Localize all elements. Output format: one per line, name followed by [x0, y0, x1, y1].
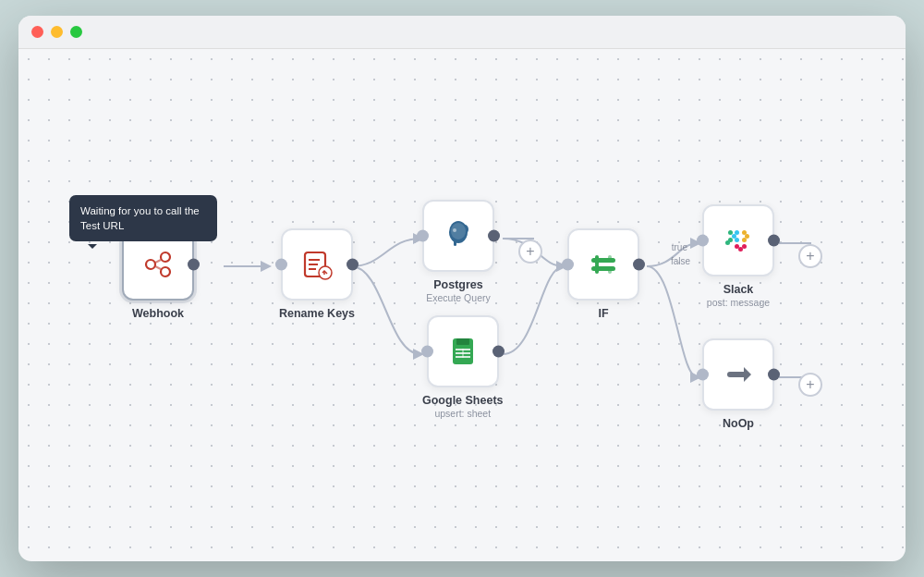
- slack-node[interactable]: Slack post: message +: [702, 204, 774, 308]
- svg-rect-43: [735, 230, 739, 235]
- sheets-output-connector: [492, 346, 505, 358]
- rename-keys-label: Rename Keys: [279, 307, 355, 320]
- svg-rect-35: [728, 230, 733, 235]
- slack-plus-button[interactable]: +: [798, 244, 822, 268]
- noop-node-box[interactable]: [702, 338, 774, 411]
- svg-rect-45: [732, 234, 736, 239]
- svg-point-7: [161, 252, 170, 262]
- rename-keys-node[interactable]: Rename Keys: [279, 228, 355, 320]
- if-label: IF: [598, 307, 608, 320]
- svg-rect-37: [735, 244, 739, 249]
- svg-rect-36: [725, 240, 730, 245]
- google-sheets-icon: [446, 335, 480, 368]
- slack-output-connector: [768, 235, 780, 247]
- svg-rect-38: [742, 244, 747, 249]
- svg-rect-39: [738, 247, 743, 252]
- workflow-canvas: Waiting for you to call the Test URL Web…: [18, 49, 906, 561]
- postgres-node[interactable]: Postgres Execute Query +: [422, 200, 494, 303]
- if-output-connector: [633, 259, 645, 271]
- titlebar: [18, 16, 906, 49]
- slack-sublabel: post: message: [707, 297, 770, 308]
- noop-output-connector: [768, 369, 780, 381]
- noop-plus-button[interactable]: +: [798, 373, 822, 397]
- svg-rect-19: [454, 239, 456, 246]
- svg-rect-31: [595, 264, 599, 274]
- maximize-dot[interactable]: [70, 26, 82, 38]
- rename-keys-output-connector: [346, 259, 359, 271]
- if-icon: [588, 249, 619, 280]
- slack-icon: [722, 224, 755, 257]
- rename-keys-icon: [301, 249, 333, 280]
- svg-line-10: [155, 266, 161, 269]
- svg-rect-42: [745, 234, 749, 239]
- if-input-connector: [562, 259, 574, 271]
- noop-label: NoOp: [723, 417, 754, 430]
- svg-marker-47: [744, 367, 751, 382]
- postgres-plus-button[interactable]: +: [518, 239, 542, 264]
- webhook-icon: [141, 248, 175, 281]
- false-branch-label: false: [671, 256, 690, 266]
- svg-line-9: [155, 260, 161, 263]
- app-window: Waiting for you to call the Test URL Web…: [18, 16, 906, 561]
- svg-rect-29: [591, 266, 615, 271]
- minimize-dot[interactable]: [51, 26, 63, 38]
- rename-keys-node-box[interactable]: [281, 228, 353, 301]
- slack-node-box[interactable]: [702, 204, 774, 276]
- svg-rect-32: [608, 255, 612, 260]
- google-sheets-node-box[interactable]: [427, 315, 499, 387]
- postgres-output-connector: [488, 230, 500, 242]
- postgres-label: Postgres: [433, 278, 483, 291]
- if-node-box[interactable]: [567, 228, 639, 301]
- svg-point-6: [146, 260, 155, 269]
- google-sheets-label: Google Sheets: [422, 394, 504, 407]
- slack-label: Slack: [723, 283, 754, 296]
- noop-input-connector: [697, 369, 709, 381]
- svg-rect-40: [742, 238, 747, 242]
- rename-keys-input-connector: [275, 259, 287, 271]
- svg-rect-41: [742, 230, 747, 235]
- postgres-icon: [441, 218, 476, 253]
- sheets-input-connector: [421, 346, 433, 358]
- slack-input-connector: [697, 235, 709, 247]
- webhook-output-connector: [188, 259, 200, 271]
- webhook-node[interactable]: Webhook: [122, 228, 194, 320]
- google-sheets-sublabel: upsert: sheet: [434, 408, 491, 419]
- postgres-node-box[interactable]: [422, 200, 494, 272]
- svg-point-21: [453, 228, 456, 232]
- true-branch-label: true: [672, 242, 687, 252]
- noop-icon: [723, 360, 753, 389]
- postgres-input-connector: [417, 230, 429, 242]
- svg-rect-33: [608, 269, 612, 274]
- close-dot[interactable]: [31, 26, 43, 38]
- svg-rect-44: [735, 238, 739, 242]
- if-node[interactable]: IF true false: [567, 228, 639, 320]
- svg-rect-28: [591, 258, 615, 263]
- noop-node[interactable]: NoOp +: [702, 338, 774, 430]
- webhook-tooltip: Waiting for you to call the Test URL: [69, 195, 217, 241]
- svg-rect-23: [456, 338, 469, 345]
- svg-point-8: [161, 267, 170, 276]
- postgres-sublabel: Execute Query: [426, 292, 490, 303]
- google-sheets-node[interactable]: Google Sheets upsert: sheet: [422, 315, 504, 419]
- webhook-label: Webhook: [132, 307, 184, 320]
